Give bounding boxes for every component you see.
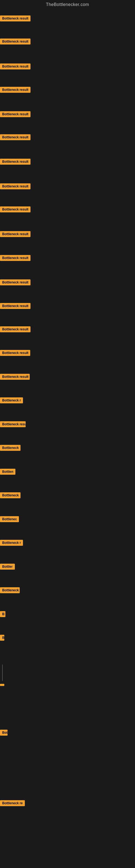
bottleneck-result-item: Bottleneck result [0,16,31,23]
bottleneck-badge: Bottleneck resu [0,421,26,427]
bottleneck-badge: Bottleneck result [0,279,31,285]
bottleneck-result-item: Bottleneck result [0,374,30,381]
bottleneck-result-item: Bottleneck result [0,350,30,357]
bottleneck-badge: Bottleneck result [0,303,31,309]
bottleneck-badge: Bottleneck r [0,540,23,546]
site-title: TheBottlenecker.com [0,0,135,8]
bottleneck-badge: Bottleneck result [0,111,31,117]
bottleneck-badge [0,684,4,686]
bottleneck-result-item: Bottleneck result [0,183,31,190]
bottleneck-result-item: Bottleneck result [0,87,31,94]
bottleneck-result-item: Bottleneck result [0,38,31,45]
bottleneck-result-item: Bottleneck result [0,279,31,286]
bottleneck-badge: Bot [0,730,8,736]
bottleneck-result-item: Bottleneck result [0,111,31,118]
bottleneck-result-item [0,682,4,687]
bottleneck-badge: B [0,635,4,641]
bottleneck-badge: Bottleneck result [0,231,31,237]
bottleneck-badge: Bottleneck result [0,63,31,69]
bottleneck-badge: Bottleneck result [0,159,31,165]
vertical-line [2,664,3,681]
bottleneck-result-item: Bottleneck result [0,63,31,70]
bottleneck-result-item: Bottleneck [0,492,20,499]
bottleneck-result-item: B [0,611,5,618]
bottleneck-result-item: Bottleneck result [0,303,31,310]
bottleneck-badge: Bottlenec [0,516,19,522]
bottleneck-result-item: Bottleneck r [0,397,23,404]
bottleneck-result-item: Bottleneck result [0,255,31,262]
bottleneck-result-item: Bottleneck re [0,800,25,807]
bottleneck-badge: Bottleneck result [0,16,31,22]
bottleneck-result-item: Bottlen [0,469,15,476]
bottleneck-badge: Bottleneck result [0,87,31,93]
bottleneck-result-item: Bottleneck result [0,207,31,214]
bottleneck-badge: Bottleneck result [0,350,30,356]
bottleneck-badge: Bottleneck re [0,800,25,806]
bottleneck-badge: Bottleneck [0,587,20,593]
bottleneck-badge: Bottlen [0,469,15,475]
bottleneck-result-item: Bottleneck [0,587,20,594]
bottleneck-badge: Bottleneck result [0,326,31,332]
bottleneck-result-item: Bottleneck result [0,159,31,166]
bottleneck-badge: B [0,611,5,617]
bottleneck-badge: Bottleneck result [0,374,30,380]
bottleneck-result-item: Bot [0,730,8,737]
bottleneck-badge: Bottler [0,564,15,569]
bottleneck-result-item: Bottleneck result [0,326,31,333]
bottleneck-badge: Bottleneck result [0,38,31,44]
bottleneck-result-item: Bottlenec [0,516,19,523]
bottleneck-result-item: Bottleneck r [0,540,23,547]
bottleneck-badge: Bottleneck r [0,397,23,403]
bottleneck-result-item: Bottleneck resu [0,421,26,428]
bottleneck-badge: Bottleneck [0,445,20,451]
bottleneck-badge: Bottleneck result [0,183,31,189]
bottleneck-badge: Bottleneck result [0,207,31,212]
bottleneck-result-item: Bottleneck [0,445,20,452]
bottleneck-badge: Bottleneck [0,492,20,498]
bottleneck-badge: Bottleneck result [0,134,31,140]
bottleneck-result-item: Bottler [0,564,15,571]
bottleneck-badge: Bottleneck result [0,255,31,261]
bottleneck-result-item: Bottleneck result [0,231,31,238]
bottleneck-result-item: B [0,635,4,642]
bottleneck-result-item: Bottleneck result [0,134,31,141]
